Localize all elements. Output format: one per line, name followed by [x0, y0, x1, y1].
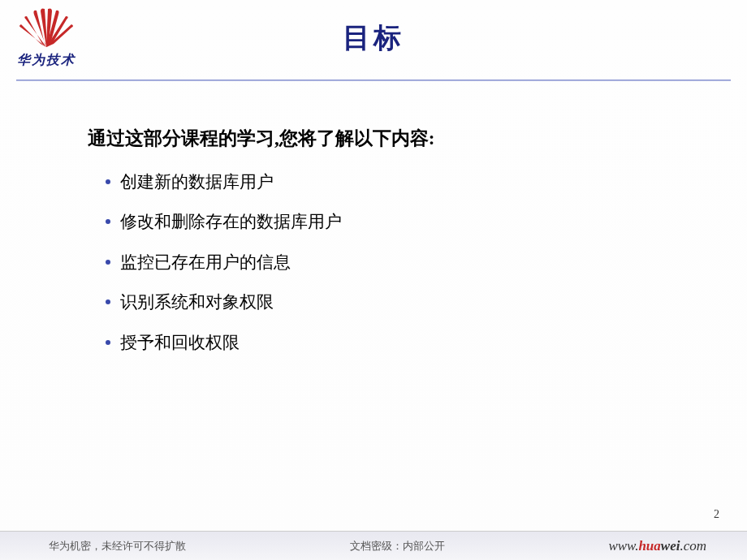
content-area: 通过这部分课程的学习,您将了解以下内容: 创建新的数据库用户 修改和删除存在的数…: [88, 126, 698, 371]
title-divider: [16, 80, 731, 81]
list-item: 修改和删除存在的数据库用户: [106, 210, 698, 234]
footer-classification: 文档密级：内部公开: [186, 539, 608, 554]
list-item: 识别系统和对象权限: [106, 291, 698, 314]
slide-title: 目标: [0, 19, 747, 57]
url-wei: wei: [661, 538, 680, 554]
footer: 华为机密，未经许可不得扩散 文档密级：内部公开 www.huawei.com: [0, 531, 747, 560]
bullet-list: 创建新的数据库用户 修改和删除存在的数据库用户 监控已存在用户的信息 识别系统和…: [88, 170, 698, 355]
page-number: 2: [714, 508, 719, 521]
list-item: 创建新的数据库用户: [106, 170, 698, 194]
url-prefix: www.: [608, 538, 638, 554]
url-suffix: .com: [680, 538, 706, 554]
footer-confidential: 华为机密，未经许可不得扩散: [49, 539, 186, 554]
intro-text: 通过这部分课程的学习,您将了解以下内容:: [88, 126, 698, 151]
footer-url: www.huawei.com: [608, 538, 706, 554]
list-item: 授予和回收权限: [106, 331, 698, 355]
slide: 华为技术 目标 通过这部分课程的学习,您将了解以下内容: 创建新的数据库用户 修…: [0, 0, 747, 560]
url-hua: hua: [638, 538, 660, 554]
list-item: 监控已存在用户的信息: [106, 251, 698, 274]
